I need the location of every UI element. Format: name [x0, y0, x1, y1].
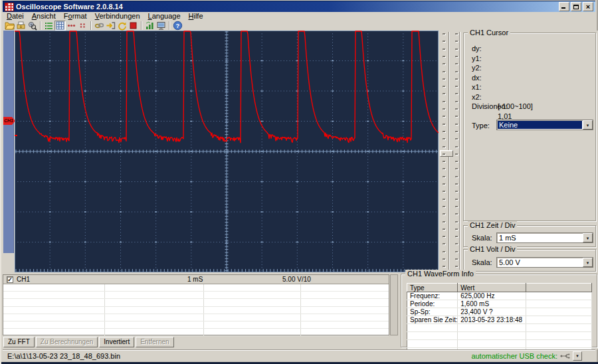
- maximize-button[interactable]: [571, 2, 581, 11]
- channel-list-row[interactable]: [3, 329, 389, 336]
- zu-berechnungen-button: Zu Berechnungen: [36, 337, 98, 347]
- export-chart-button[interactable]: [144, 21, 155, 31]
- grid-view-button[interactable]: [54, 21, 66, 31]
- trackbar-tick: [455, 33, 458, 35]
- zeit-skala-label: Skala:: [472, 234, 492, 242]
- menu-hilfe[interactable]: Hilfe: [185, 12, 207, 21]
- cursor-field-x1: x1:: [472, 83, 482, 91]
- trackbar-2-groove[interactable]: [459, 32, 460, 270]
- toolbar-separator: [40, 21, 41, 30]
- divisionen-range: [-100~100]: [498, 102, 533, 110]
- ch1-visible-checkbox[interactable]: ✓: [7, 276, 13, 283]
- trackbar-tick: [443, 206, 445, 207]
- cursor-type-value: Keine: [498, 121, 582, 129]
- menu-language[interactable]: Language: [144, 12, 185, 21]
- trackbar-tick: [455, 228, 458, 230]
- login-button[interactable]: [105, 21, 116, 31]
- title-bar: Oscilloscope Software 2.0.8.14 ×: [3, 1, 595, 12]
- svg-text:?: ?: [176, 22, 180, 29]
- volt-skala-value: 5.00 V: [499, 258, 581, 267]
- trackbar-tick: [443, 78, 445, 80]
- channel-list-scrollbar[interactable]: [390, 274, 398, 335]
- waveform-info-title: CH1 WaveForm Info: [405, 270, 476, 278]
- chevron-down-icon[interactable]: ▼: [583, 120, 593, 130]
- usb-check-dropdown[interactable]: ▼: [573, 351, 582, 361]
- trackbar-tick: [455, 63, 458, 64]
- control-panel: CH1 Cursor dy:y1:y2:dx:x1:x2: Divisionen…: [461, 31, 598, 272]
- trackbar-tick: [443, 168, 445, 169]
- trackbar-tick: [443, 33, 445, 35]
- open-file-button[interactable]: [4, 21, 15, 31]
- refresh-icon: [117, 21, 127, 31]
- channel-list-row[interactable]: [3, 307, 389, 314]
- cursor-type-select[interactable]: Keine ▼: [496, 120, 593, 130]
- invertiert-button[interactable]: Invertiert: [99, 337, 134, 347]
- usb-check-label: automatischer USB check:: [471, 352, 557, 360]
- trackbar-tick: [443, 108, 445, 110]
- trackbar-tick: [443, 176, 445, 177]
- refresh-button[interactable]: [116, 21, 128, 31]
- scope-display[interactable]: [15, 31, 439, 272]
- dots-narrow-button[interactable]: [77, 21, 88, 31]
- monitor-button[interactable]: [155, 21, 167, 31]
- info-empty-row: [407, 324, 592, 332]
- help-button[interactable]: ?: [172, 21, 183, 31]
- zeit-skala-select[interactable]: 1 mS ▼: [496, 232, 593, 243]
- trackbar-tick: [443, 161, 445, 162]
- monitor-icon: [156, 21, 166, 31]
- menu-format[interactable]: Format: [60, 12, 91, 21]
- trackbar-tick: [443, 183, 445, 185]
- chevron-down-icon[interactable]: ▼: [583, 233, 593, 242]
- channel-row-ch1[interactable]: ✓ CH1 1 mS 5.00 V /10: [3, 275, 389, 284]
- window-title: Oscilloscope Software 2.0.8.14: [16, 3, 559, 11]
- trackbar-tick: [455, 131, 458, 132]
- stop-button[interactable]: [128, 21, 139, 31]
- ch1-zeit-div-group: CH1 Zeit / Div Skala: 1 mS ▼: [463, 225, 596, 247]
- trackbar-tick: [455, 206, 458, 207]
- export-chart-icon: [145, 21, 155, 31]
- trackbar-tick: [455, 93, 458, 94]
- vertical-position-slider[interactable]: CH1: [3, 31, 15, 272]
- ch1-cursor-title: CH1 Cursor: [468, 29, 510, 37]
- trackbar-tick: [455, 48, 458, 50]
- menu-datei[interactable]: Datei: [3, 12, 28, 21]
- channel-list-row[interactable]: [3, 284, 389, 292]
- trackbar-thumb[interactable]: [440, 150, 453, 157]
- zu-fft-button[interactable]: Zu FFT: [3, 337, 35, 347]
- minimize-button[interactable]: [559, 2, 569, 11]
- trackbar-tick: [443, 221, 445, 223]
- trackbar-tick: [443, 41, 445, 42]
- trackbar-tick: [455, 258, 458, 260]
- trackbar-tick: [455, 138, 458, 139]
- trackbar-tick: [443, 63, 445, 64]
- trackbar-tick: [443, 146, 445, 147]
- dots-wide-button[interactable]: [66, 21, 77, 31]
- toolbar-separator: [141, 21, 142, 30]
- trackbar-tick: [443, 251, 445, 252]
- trackbar-tick: [455, 183, 458, 185]
- close-button[interactable]: ×: [583, 2, 593, 11]
- toolbar-separator: [90, 21, 92, 30]
- channel-list-row[interactable]: [3, 299, 389, 306]
- channel-list-row[interactable]: [3, 321, 389, 329]
- chevron-down-icon[interactable]: ▼: [583, 258, 593, 267]
- trackbar-tick: [455, 41, 458, 42]
- channel-list-row[interactable]: [3, 292, 389, 299]
- trackbar-tick: [443, 116, 445, 117]
- menu-ansicht[interactable]: Ansicht: [28, 12, 60, 21]
- menu-bar: DateiAnsichtFormatVerbindungenLanguageHi…: [3, 12, 595, 21]
- trackbar-tick: [443, 86, 445, 87]
- trackbar-tick: [455, 124, 458, 125]
- vertical-position-track[interactable]: [3, 31, 14, 253]
- connect-button[interactable]: [94, 21, 105, 31]
- channel-list-row[interactable]: [3, 314, 389, 321]
- entfernen-button: Entfernen: [136, 337, 173, 347]
- settings-button[interactable]: [27, 21, 38, 31]
- cursor-field-x2: x2:: [472, 93, 482, 101]
- trackbar-tick: [443, 243, 445, 244]
- list-view-button[interactable]: [43, 21, 54, 31]
- list-view-icon: [44, 21, 54, 31]
- menu-verbindungen[interactable]: Verbindungen: [91, 12, 144, 21]
- volt-skala-select[interactable]: 5.00 V ▼: [496, 257, 593, 268]
- save-image-button[interactable]: [15, 21, 27, 31]
